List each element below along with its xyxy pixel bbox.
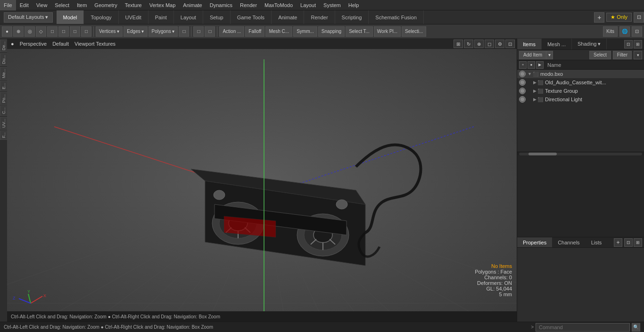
rp-tab-mesh[interactable]: Mesh ...: [542, 39, 572, 49]
rp-tab-shading[interactable]: Shading ▾: [572, 39, 607, 49]
left-tab-po[interactable]: Po...: [0, 92, 7, 105]
items-filter-btn[interactable]: Filter: [613, 51, 632, 59]
menu-file[interactable]: File: [0, 0, 16, 10]
rp-tab-items[interactable]: Items: [517, 39, 542, 49]
menu-vertexmap[interactable]: Vertex Map: [146, 0, 180, 10]
items-list[interactable]: ▼ ⬛ modo.bxo ▶ ⬛ Old_Audio_Cassette_wit.…: [517, 70, 644, 152]
props-tab-lists[interactable]: Lists: [586, 237, 608, 247]
viewport[interactable]: ● Perspective Default Viewport Textures …: [7, 39, 517, 322]
layout-tab-render[interactable]: Render: [304, 10, 335, 24]
viewport-zoom-btn[interactable]: ⊕: [474, 40, 484, 48]
left-tab-uv[interactable]: UV...: [0, 117, 7, 130]
toolbar-polygons-btn[interactable]: Polygons ▾: [149, 26, 178, 37]
viewport-textures[interactable]: Viewport Textures: [74, 41, 116, 47]
rp-ctrl-expand[interactable]: ⊡: [624, 40, 633, 49]
menu-item[interactable]: Item: [73, 0, 91, 10]
left-tab-de[interactable]: De...: [0, 40, 7, 52]
item-eye-light[interactable]: [519, 96, 526, 103]
add-item-btn[interactable]: Add Item: [519, 51, 546, 59]
maximize-button[interactable]: ⊡: [634, 12, 644, 23]
menu-render[interactable]: Render: [236, 0, 261, 10]
item-row-light[interactable]: ▶ ⬛ Directional Light: [517, 95, 644, 104]
toolbar-kits-btn[interactable]: Kits: [603, 26, 618, 37]
toolbar-icon5[interactable]: □: [193, 26, 204, 37]
items-select-btn[interactable]: Select: [589, 51, 611, 59]
layout-dropdown[interactable]: Default Layouts ▾: [4, 12, 53, 23]
add-tab-button[interactable]: +: [594, 12, 604, 23]
viewport-camera-btn[interactable]: ◻: [485, 40, 494, 48]
toolbar-vertices-btn[interactable]: Vertices ▾: [96, 26, 123, 37]
toolbar-icon6[interactable]: □: [205, 26, 215, 37]
menu-view[interactable]: View: [33, 0, 51, 10]
item-eye-texture[interactable]: [519, 88, 526, 94]
menu-maxtomodo[interactable]: MaxToModo: [261, 0, 297, 10]
toolbar-circle-icon[interactable]: ◎: [25, 26, 35, 37]
props-ctrl-maximize[interactable]: ⊞: [634, 238, 642, 247]
left-tab-f[interactable]: F...: [0, 130, 7, 140]
viewport-fit-btn[interactable]: ⊞: [454, 40, 463, 48]
menu-animate[interactable]: Animate: [179, 0, 206, 10]
command-input[interactable]: [536, 323, 630, 332]
toolbar-selecti-btn[interactable]: Selecti...: [402, 26, 426, 37]
toolbar-box1-icon[interactable]: □: [47, 26, 58, 37]
items-scrollbar[interactable]: [517, 152, 644, 155]
toolbar-select-icon[interactable]: ◇: [36, 26, 46, 37]
item-eye-cassette[interactable]: [519, 79, 526, 86]
props-ctrl-expand[interactable]: ⊡: [624, 238, 633, 247]
layout-tab-animate[interactable]: Animate: [272, 10, 304, 24]
menu-layout[interactable]: Layout: [297, 0, 320, 10]
toolbar-box3-icon[interactable]: □: [70, 26, 80, 37]
layout-tab-paint[interactable]: Paint: [149, 10, 174, 24]
col-icon-add[interactable]: +: [519, 61, 527, 69]
item-row-cassette[interactable]: ▶ ⬛ Old_Audio_Cassette_wit...: [517, 78, 644, 87]
status-search-icon[interactable]: 🔍: [632, 323, 640, 332]
toolbar-action-btn[interactable]: Action ...: [219, 26, 244, 37]
layout-tab-uvedit[interactable]: UVEdit: [119, 10, 149, 24]
toolbar-fullscreen-icon[interactable]: ⊡: [632, 26, 642, 37]
status-arrow-left[interactable]: >: [531, 324, 534, 330]
layout-tab-gametools[interactable]: Game Tools: [231, 10, 272, 24]
layout-tab-topology[interactable]: Topology: [84, 10, 118, 24]
toolbar-meshc-btn[interactable]: Mesh C...: [265, 26, 292, 37]
props-tab-properties[interactable]: Properties: [517, 237, 552, 247]
viewport-default[interactable]: Default: [52, 41, 69, 47]
viewport-settings-btn[interactable]: ⚙: [495, 40, 504, 48]
toolbar-symm-btn[interactable]: Symm...: [293, 26, 317, 37]
rp-ctrl-maximize[interactable]: ⊞: [634, 40, 642, 49]
menu-dynamics[interactable]: Dynamics: [206, 0, 236, 10]
menu-system[interactable]: System: [320, 0, 345, 10]
left-tab-c[interactable]: C...: [0, 105, 7, 116]
add-item-dropdown-btn[interactable]: ▾: [546, 51, 553, 59]
star-only-button[interactable]: ★ Only: [606, 13, 632, 22]
item-row-modo[interactable]: ▼ ⬛ modo.bxo: [517, 70, 644, 78]
toolbar-selectt-btn[interactable]: Select T...: [346, 26, 373, 37]
items-header-collapse[interactable]: ▾: [634, 51, 642, 59]
toolbar-snapping-btn[interactable]: Snapping: [318, 26, 345, 37]
toolbar-box4-icon[interactable]: □: [81, 26, 91, 37]
layout-tab-setup[interactable]: Setup: [203, 10, 231, 24]
viewport-perspective[interactable]: Perspective: [20, 41, 47, 47]
toolbar-globe-icon[interactable]: 🌐: [619, 26, 630, 37]
viewport-dot[interactable]: ●: [11, 41, 14, 47]
toolbar-mode-icon[interactable]: □: [179, 26, 189, 37]
viewport-expand-btn[interactable]: ⊡: [505, 40, 515, 48]
props-tab-channels[interactable]: Channels: [552, 237, 585, 247]
menu-select[interactable]: Select: [51, 0, 73, 10]
toolbar-active-toggle[interactable]: ●: [2, 26, 12, 37]
col-icon-arrow[interactable]: ▶: [536, 61, 544, 69]
toolbar-grid-icon[interactable]: ⊕: [13, 26, 24, 37]
props-add-btn[interactable]: +: [614, 238, 622, 247]
viewport-rotate-btn[interactable]: ↻: [464, 40, 473, 48]
item-row-texture[interactable]: ▶ ⬛ Texture Group: [517, 87, 644, 95]
item-eye-modo[interactable]: [519, 71, 526, 77]
toolbar-box2-icon[interactable]: □: [58, 26, 69, 37]
left-tab-du[interactable]: Du...: [0, 53, 7, 66]
menu-geometry[interactable]: Geometry: [91, 0, 121, 10]
col-icon-eye[interactable]: ●: [528, 61, 535, 69]
toolbar-edges-btn[interactable]: Edges ▾: [124, 26, 147, 37]
layout-tab-layout[interactable]: Layout: [174, 10, 203, 24]
scrollbar-thumb[interactable]: [528, 153, 557, 155]
menu-help[interactable]: Help: [345, 0, 363, 10]
menu-edit[interactable]: Edit: [16, 0, 33, 10]
menu-texture[interactable]: Texture: [121, 0, 146, 10]
